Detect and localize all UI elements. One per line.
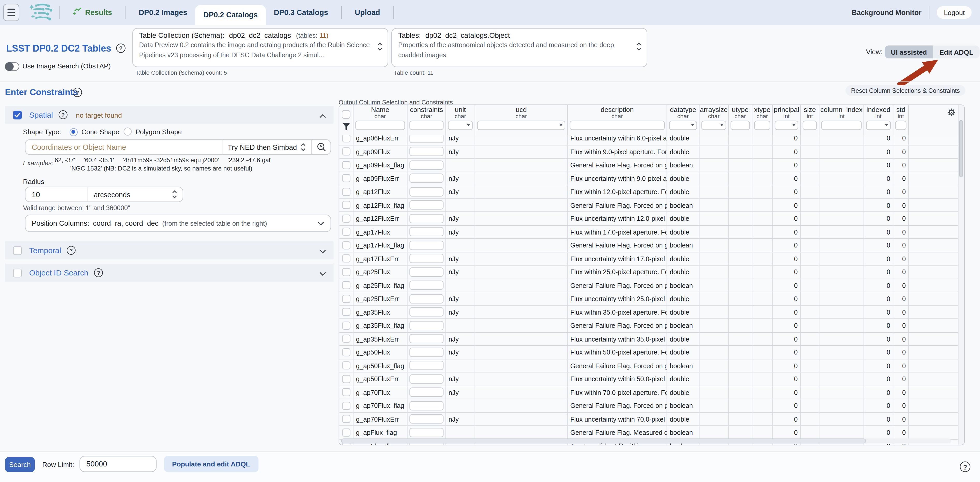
row-checkbox[interactable] bbox=[342, 388, 350, 396]
row-checkbox[interactable] bbox=[342, 308, 350, 316]
resolver-select[interactable]: Try NED then Simbad bbox=[222, 140, 311, 154]
horizontal-scrollbar[interactable] bbox=[341, 439, 951, 444]
constraint-input[interactable] bbox=[409, 321, 444, 330]
tables-combobox[interactable]: Tables: dp02_dc2_catalogs.Object Propert… bbox=[391, 28, 648, 67]
coordinates-input[interactable] bbox=[25, 143, 221, 152]
reset-columns-button[interactable]: Reset Column Selections & Constraints bbox=[845, 85, 965, 96]
filter-select-arraysize[interactable] bbox=[702, 121, 726, 130]
row-limit-input[interactable] bbox=[80, 456, 157, 472]
row-checkbox[interactable] bbox=[342, 295, 350, 303]
column-header-unit[interactable]: unitchar bbox=[446, 105, 475, 135]
image-search-toggle[interactable] bbox=[5, 62, 19, 71]
row-checkbox[interactable] bbox=[342, 161, 350, 169]
constraints-help-icon[interactable]: ? bbox=[73, 88, 82, 97]
view-ui-assisted-button[interactable]: UI assisted bbox=[885, 45, 933, 58]
tables-help-icon[interactable]: ? bbox=[116, 43, 126, 53]
column-header-std[interactable]: stdint bbox=[893, 105, 909, 135]
constraint-input[interactable] bbox=[409, 200, 444, 210]
column-header-column_index[interactable]: column_indexint bbox=[819, 105, 864, 135]
constraint-input[interactable] bbox=[409, 160, 444, 170]
row-checkbox[interactable] bbox=[342, 415, 350, 423]
column-header-arraysize[interactable]: arraysizechar bbox=[699, 105, 729, 135]
cone-shape-radio[interactable] bbox=[70, 128, 78, 136]
row-checkbox[interactable] bbox=[342, 174, 350, 182]
column-header-size[interactable]: sizeint bbox=[801, 105, 819, 135]
constraint-input[interactable] bbox=[409, 294, 444, 303]
spatial-help-icon[interactable]: ? bbox=[59, 110, 68, 119]
tab-dp02-catalogs[interactable]: DP0.2 Catalogs bbox=[196, 5, 266, 25]
filter-input-utype[interactable] bbox=[730, 121, 749, 130]
constraint-input[interactable] bbox=[409, 254, 444, 263]
object-id-help-icon[interactable]: ? bbox=[94, 268, 103, 277]
filter-input-column_index[interactable] bbox=[821, 121, 862, 130]
constraint-input[interactable] bbox=[409, 227, 444, 236]
tab-dp03-catalogs[interactable]: DP0.3 Catalogs bbox=[266, 0, 336, 25]
constraint-input[interactable] bbox=[409, 135, 444, 143]
column-header-xtype[interactable]: xtypechar bbox=[752, 105, 773, 135]
row-checkbox[interactable] bbox=[342, 402, 350, 410]
scrollbar-thumb[interactable] bbox=[341, 439, 866, 444]
chevron-up-icon[interactable] bbox=[320, 109, 326, 120]
spatial-checkbox[interactable] bbox=[13, 110, 22, 119]
filter-input-std[interactable] bbox=[895, 121, 906, 130]
constraint-input[interactable] bbox=[409, 307, 444, 317]
object-id-checkbox[interactable] bbox=[13, 268, 22, 277]
filter-input-constraints[interactable] bbox=[409, 121, 444, 130]
chevron-down-icon[interactable] bbox=[320, 267, 326, 278]
row-checkbox[interactable] bbox=[342, 375, 350, 383]
select-all-checkbox[interactable] bbox=[342, 110, 350, 119]
vertical-scrollbar[interactable] bbox=[958, 105, 964, 445]
schema-combobox[interactable]: Table Collection (Schema): dp02_dc2_cata… bbox=[132, 28, 388, 67]
column-header-indexed[interactable]: indexedint bbox=[864, 105, 893, 135]
search-button[interactable]: Search bbox=[5, 457, 35, 472]
constraint-input[interactable] bbox=[409, 267, 444, 276]
constraint-input[interactable] bbox=[409, 281, 444, 290]
filter-select-datatype[interactable] bbox=[669, 121, 697, 130]
filter-select-principal[interactable] bbox=[775, 121, 798, 130]
spatial-section-header[interactable]: Spatial ? no target found bbox=[5, 106, 334, 124]
row-checkbox[interactable] bbox=[342, 348, 350, 356]
column-header-principal[interactable]: principalint bbox=[773, 105, 801, 135]
row-checkbox[interactable] bbox=[342, 241, 350, 249]
row-checkbox[interactable] bbox=[342, 214, 350, 222]
logout-button[interactable]: Logout bbox=[937, 6, 972, 19]
view-edit-adql-button[interactable]: Edit ADQL bbox=[933, 45, 980, 58]
scrollbar-thumb[interactable] bbox=[959, 120, 963, 177]
position-columns-select[interactable]: Position Columns: coord_ra, coord_dec (f… bbox=[25, 215, 331, 232]
row-checkbox[interactable] bbox=[342, 228, 350, 236]
row-checkbox[interactable] bbox=[342, 281, 350, 289]
row-checkbox[interactable] bbox=[342, 188, 350, 196]
tab-upload[interactable]: Upload bbox=[347, 0, 388, 25]
temporal-checkbox[interactable] bbox=[13, 246, 22, 255]
filter-funnel-icon[interactable] bbox=[342, 123, 350, 131]
polygon-shape-radio[interactable] bbox=[124, 128, 132, 136]
row-checkbox[interactable] bbox=[342, 335, 350, 343]
temporal-help-icon[interactable]: ? bbox=[67, 246, 76, 255]
hamburger-menu-icon[interactable] bbox=[3, 4, 19, 21]
radius-unit-select[interactable]: arcseconds bbox=[88, 187, 183, 201]
constraint-input[interactable] bbox=[409, 348, 444, 357]
table-options-gear-icon[interactable] bbox=[947, 109, 955, 117]
constraint-input[interactable] bbox=[409, 374, 444, 383]
column-header-datatype[interactable]: datatypechar bbox=[667, 105, 700, 135]
row-checkbox[interactable] bbox=[342, 147, 350, 155]
schema-stepper-icon[interactable] bbox=[377, 42, 383, 53]
column-header-name[interactable]: Namechar bbox=[353, 105, 408, 135]
row-checkbox[interactable] bbox=[342, 428, 350, 436]
filter-select-unit[interactable] bbox=[448, 121, 473, 130]
row-checkbox[interactable] bbox=[342, 362, 350, 370]
constraint-input[interactable] bbox=[409, 334, 444, 343]
filter-input-name[interactable] bbox=[355, 121, 405, 130]
constraint-input[interactable] bbox=[409, 428, 444, 437]
tab-results[interactable]: Results bbox=[65, 0, 120, 25]
constraint-input[interactable] bbox=[409, 414, 444, 424]
filter-select-ucd[interactable] bbox=[477, 121, 565, 130]
column-header-description[interactable]: descriptionchar bbox=[568, 105, 667, 135]
tables-stepper-icon[interactable] bbox=[636, 42, 642, 53]
column-header-utype[interactable]: utypechar bbox=[729, 105, 752, 135]
constraint-input[interactable] bbox=[409, 241, 444, 250]
chevron-down-icon[interactable] bbox=[320, 245, 326, 256]
constraint-input[interactable] bbox=[409, 174, 444, 183]
object-id-section-header[interactable]: Object ID Search ? bbox=[5, 264, 334, 282]
temporal-section-header[interactable]: Temporal ? bbox=[5, 241, 334, 259]
